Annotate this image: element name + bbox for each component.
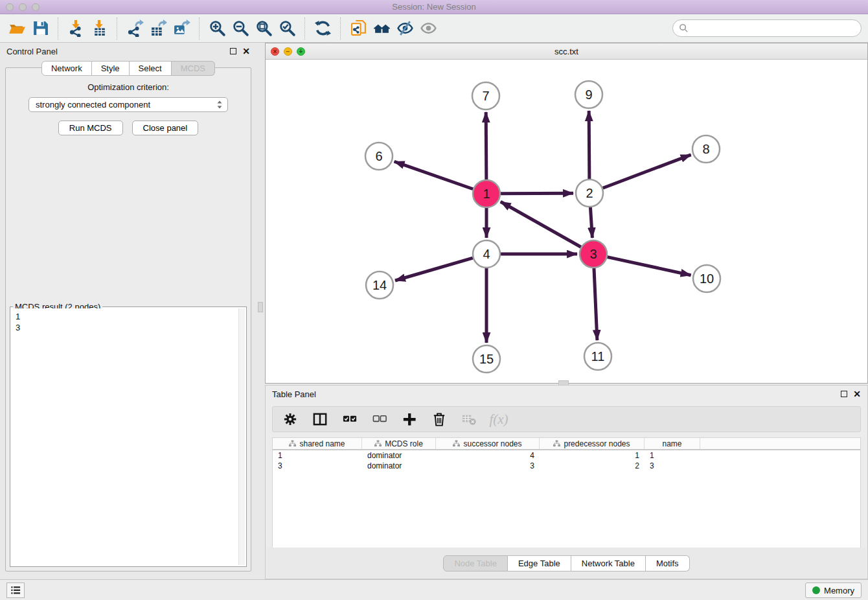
edge-3-11[interactable]: [594, 268, 597, 340]
tab-node-table[interactable]: Node Table: [443, 555, 508, 571]
status-bar: Memory: [0, 579, 868, 600]
edge-3-10[interactable]: [607, 257, 691, 275]
node-label-2: 2: [586, 186, 593, 200]
search-box[interactable]: [672, 19, 862, 37]
network-close-icon[interactable]: ×: [271, 47, 279, 56]
column-header-shared-name[interactable]: shared name: [273, 438, 362, 449]
table-panel-header: Table Panel ✕: [266, 386, 867, 402]
table-header-row: shared nameMCDS rolesuccessor nodesprede…: [273, 438, 860, 450]
splitter-grip[interactable]: [258, 302, 263, 312]
column-header-name[interactable]: name: [645, 438, 700, 449]
export-image-icon[interactable]: [170, 17, 193, 40]
table-mode-gear-icon[interactable]: [282, 411, 299, 428]
delete-table-icon: [461, 411, 477, 428]
import-table-icon[interactable]: [87, 17, 111, 40]
table-panel-title: Table Panel: [272, 389, 316, 399]
column-header-successor-nodes[interactable]: successor nodes: [436, 438, 540, 449]
table-row[interactable]: 3dominator323: [273, 461, 860, 471]
tab-style[interactable]: Style: [92, 61, 130, 76]
create-column-icon[interactable]: [401, 411, 418, 428]
tab-select[interactable]: Select: [130, 61, 172, 76]
float-table-panel-icon[interactable]: [841, 391, 847, 397]
refresh-view-icon[interactable]: [311, 17, 334, 40]
node-table: shared nameMCDS rolesuccessor nodesprede…: [272, 437, 861, 549]
control-panel: Control Panel ✕ NetworkStyleSelectMCDS O…: [0, 43, 257, 579]
table-panel: Table Panel ✕ f(x) shared nameMCDS roles…: [265, 385, 868, 579]
close-panel-icon[interactable]: ✕: [242, 48, 250, 54]
tab-network[interactable]: Network: [41, 61, 92, 76]
tab-mcds[interactable]: MCDS: [172, 61, 215, 76]
task-history-button[interactable]: [6, 583, 25, 598]
zoom-selected-icon[interactable]: [275, 17, 299, 40]
run-mcds-button[interactable]: Run MCDS: [58, 121, 123, 135]
tab-edge-table[interactable]: Edge Table: [508, 555, 571, 571]
edge-2-8[interactable]: [603, 155, 691, 188]
edge-1-6[interactable]: [394, 161, 474, 189]
clone-network-icon[interactable]: [347, 17, 370, 40]
cell-MCDS-role[interactable]: dominator: [362, 461, 436, 471]
cell-predecessor-nodes[interactable]: 1: [540, 450, 645, 461]
float-panel-icon[interactable]: [230, 48, 236, 54]
cell-successor-nodes[interactable]: 4: [436, 450, 540, 461]
network-minimize-icon[interactable]: −: [284, 47, 292, 56]
cell-MCDS-role[interactable]: dominator: [362, 450, 436, 461]
zoom-in-icon[interactable]: [205, 17, 229, 40]
node-label-8: 8: [702, 142, 709, 156]
mcds-result-text[interactable]: 1 3: [12, 308, 238, 565]
cell-name[interactable]: 3: [645, 461, 700, 471]
column-type-icon: [289, 440, 296, 447]
cell-predecessor-nodes[interactable]: 2: [540, 461, 645, 471]
edge-3-1[interactable]: [501, 202, 581, 247]
edge-2-3[interactable]: [590, 207, 592, 238]
result-scrollbar[interactable]: [238, 308, 245, 565]
zoom-out-icon[interactable]: [229, 17, 252, 40]
select-all-columns-icon[interactable]: [341, 411, 358, 428]
zoom-fit-icon[interactable]: [252, 17, 275, 40]
control-panel-header: Control Panel ✕: [0, 43, 257, 60]
toolbar-separator: [58, 17, 58, 40]
toolbar-separator: [117, 17, 117, 40]
edge-1-2[interactable]: [501, 193, 573, 194]
memory-status-icon: [812, 586, 820, 594]
export-table-icon[interactable]: [146, 17, 170, 40]
delete-columns-icon[interactable]: [431, 411, 448, 428]
cell-shared-name[interactable]: 3: [273, 461, 362, 471]
table-row[interactable]: 1dominator411: [273, 450, 860, 461]
network-window-title: scc.txt: [266, 47, 867, 56]
home-icon[interactable]: [370, 17, 393, 40]
network-graph[interactable]: 7968124314101511: [266, 60, 867, 383]
tab-motifs[interactable]: Motifs: [646, 555, 690, 571]
cell-name[interactable]: 1: [645, 450, 700, 461]
unselect-all-columns-icon[interactable]: [371, 411, 388, 428]
network-window-titlebar[interactable]: × − + scc.txt: [266, 43, 867, 60]
edge-2-9[interactable]: [589, 111, 589, 179]
main-toolbar: [0, 14, 868, 43]
column-header-predecessor-nodes[interactable]: predecessor nodes: [540, 438, 645, 449]
network-zoom-icon[interactable]: +: [297, 47, 305, 56]
optimization-criterion-select[interactable]: strongly connected component: [29, 97, 228, 112]
save-session-icon[interactable]: [29, 17, 52, 40]
import-network-icon[interactable]: [64, 17, 87, 40]
network-canvas[interactable]: 7968124314101511: [266, 60, 867, 383]
cell-shared-name[interactable]: 1: [273, 450, 362, 461]
node-label-14: 14: [372, 278, 387, 292]
graphics-details-icon[interactable]: [393, 17, 417, 40]
node-label-6: 6: [375, 149, 382, 163]
optimization-criterion-label: Optimization criterion:: [6, 82, 251, 92]
table-toolbar: f(x): [272, 406, 861, 432]
tab-network-table[interactable]: Network Table: [571, 555, 646, 571]
close-table-panel-icon[interactable]: ✕: [853, 391, 861, 397]
format-panel-icon[interactable]: [312, 411, 328, 428]
cell-successor-nodes[interactable]: 3: [436, 461, 540, 471]
search-input[interactable]: [692, 23, 855, 34]
memory-button[interactable]: Memory: [805, 583, 862, 598]
vertical-splitter[interactable]: [257, 43, 265, 579]
open-session-icon[interactable]: [5, 17, 29, 40]
export-network-icon[interactable]: [123, 17, 146, 40]
node-label-15: 15: [479, 352, 494, 366]
close-panel-button[interactable]: Close panel: [132, 121, 199, 135]
edge-1-7[interactable]: [486, 112, 486, 179]
mcds-result-group: MCDS result (2 nodes) 1 3: [10, 306, 247, 567]
edge-4-14[interactable]: [395, 258, 473, 281]
column-header-MCDS-role[interactable]: MCDS role: [362, 438, 436, 449]
